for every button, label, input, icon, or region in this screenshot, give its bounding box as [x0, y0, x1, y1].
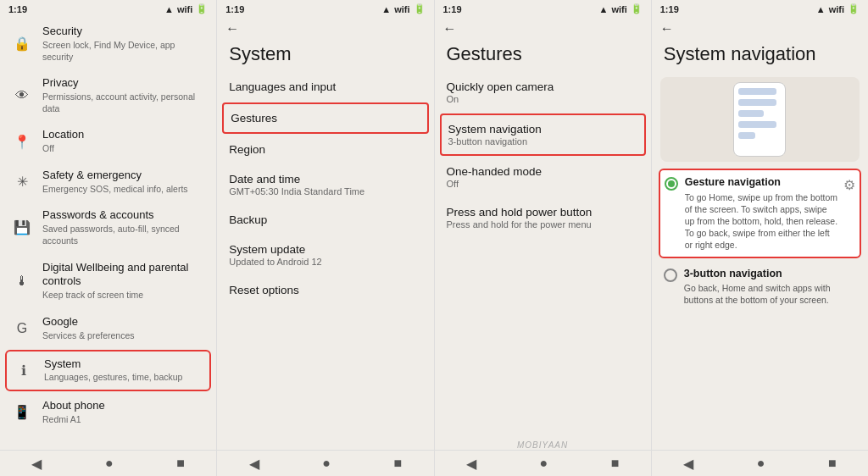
bottom-nav: ◀●■ [217, 450, 433, 476]
item-subtitle: Permissions, account activity, personal … [42, 91, 206, 114]
back-button[interactable]: ← [435, 16, 651, 38]
menu-list: Quickly open cameraOnSystem navigation3-… [435, 72, 651, 238]
item-title: Google [42, 315, 206, 329]
item-subtitle: Off [42, 143, 206, 155]
back-button[interactable]: ← [217, 16, 433, 38]
settings-item-google[interactable]: GGoogleServices & preferences [0, 308, 216, 349]
nav-option-0[interactable]: Gesture navigationTo go Home, swipe up f… [659, 169, 861, 257]
panel-content-wrapper: ←SystemLanguages and inputGesturesRegion… [217, 16, 433, 450]
nav-option-1[interactable]: 3-button navigationGo back, Home and swi… [659, 261, 861, 313]
status-time: 1:19 [225, 4, 244, 14]
system-icon: ℹ [12, 358, 36, 382]
panel-title: Gestures [435, 38, 651, 72]
back-nav-button[interactable]: ◀ [683, 456, 693, 472]
status-time: 1:19 [443, 4, 462, 14]
status-icons: ▲ wifi 🔋 [164, 3, 208, 14]
menu-item-title: System update [229, 243, 421, 256]
panel-1: 1:19 ▲ wifi 🔋 🔒SecurityScreen lock, Find… [0, 0, 217, 476]
watermark: MOBIYAAN [517, 440, 568, 450]
item-title: About phone [42, 399, 206, 413]
back-nav-button[interactable]: ◀ [31, 456, 42, 472]
settings-item-passwords--accounts[interactable]: 💾Passwords & accountsSaved passwords, au… [0, 202, 216, 253]
recents-nav-button[interactable]: ■ [828, 456, 837, 472]
home-nav-button[interactable]: ● [757, 456, 765, 472]
recents-nav-button[interactable]: ■ [176, 456, 185, 472]
settings-item-about-phone[interactable]: 📱About phoneRedmi A1 [0, 392, 216, 433]
nav-option-title: Gesture navigation [685, 175, 839, 189]
passwords-&-accounts-icon: 💾 [10, 216, 34, 240]
menu-item-reset-options[interactable]: Reset options [217, 275, 433, 305]
location-icon: 📍 [10, 130, 34, 153]
menu-item-languages-and-input[interactable]: Languages and input [217, 72, 433, 102]
item-subtitle: Saved passwords, auto-fill, synced accou… [42, 224, 206, 246]
status-bar: 1:19 ▲ wifi 🔋 [435, 0, 651, 16]
menu-item-system-navigation[interactable]: System navigation3-button navigation [440, 113, 646, 156]
settings-item-safety--emergency[interactable]: ✳Safety & emergencyEmergency SOS, medica… [0, 162, 216, 202]
menu-item-date-and-time[interactable]: Date and timeGMT+05:30 India Standard Ti… [217, 164, 433, 205]
settings-item-system[interactable]: ℹSystemLanguages, gestures, time, backup [5, 350, 211, 392]
back-nav-button[interactable]: ◀ [466, 456, 476, 472]
item-title: Privacy [42, 76, 206, 91]
nav-illustration [660, 77, 860, 162]
menu-item-title: Languages and input [229, 80, 421, 93]
status-bar: 1:19 ▲ wifi 🔋 [652, 0, 868, 16]
mockup-bar [738, 132, 755, 139]
wifi-icon: wifi [177, 4, 192, 14]
menu-item-backup[interactable]: Backup [217, 205, 433, 235]
safety-&-emergency-icon: ✳ [10, 170, 34, 194]
item-text-content: SecurityScreen lock, Find My Device, app… [42, 25, 206, 63]
menu-item-title: System navigation [448, 123, 637, 136]
recents-nav-button[interactable]: ■ [393, 456, 402, 472]
item-title: Passwords & accounts [42, 208, 206, 223]
about-phone-icon: 📱 [10, 401, 34, 424]
item-title: Security [42, 25, 206, 39]
item-text-content: Passwords & accountsSaved passwords, aut… [42, 208, 206, 246]
recents-nav-button[interactable]: ■ [611, 456, 620, 472]
back-nav-button[interactable]: ◀ [249, 456, 259, 472]
back-button[interactable]: ← [652, 16, 868, 38]
menu-item-system-update[interactable]: System updateUpdated to Android 12 [217, 235, 433, 275]
panel-title: System navigation [652, 38, 868, 72]
menu-item-one-handed-mode[interactable]: One-handed modeOff [435, 157, 651, 197]
settings-item-security[interactable]: 🔒SecurityScreen lock, Find My Device, ap… [0, 18, 216, 69]
signal-icon: ▲ [381, 4, 391, 14]
mockup-bar [738, 88, 776, 95]
nav-radio-0[interactable] [665, 177, 678, 191]
nav-option-desc: Go back, Home and switch apps with butto… [684, 282, 856, 306]
battery-icon: 🔋 [196, 3, 208, 14]
menu-item-subtitle: On [447, 94, 639, 104]
bottom-nav: ◀●■ [0, 450, 216, 476]
nav-option-desc: To go Home, swipe up from the bottom of … [685, 191, 839, 252]
status-bar: 1:19 ▲ wifi 🔋 [217, 0, 433, 16]
item-text-content: Digital Wellbeing and parental controlsK… [42, 261, 206, 302]
nav-option-content: Gesture navigationTo go Home, swipe up f… [685, 175, 839, 251]
mockup-bar [738, 99, 776, 106]
nav-radio-1[interactable] [664, 268, 677, 282]
item-title: System [44, 357, 204, 372]
settings-item-digital-wellbeing-and-parental-controls[interactable]: 🌡Digital Wellbeing and parental controls… [0, 254, 216, 308]
security-icon: 🔒 [10, 32, 34, 56]
privacy-icon: 👁 [10, 84, 34, 108]
battery-icon: 🔋 [848, 3, 860, 14]
menu-item-gestures[interactable]: Gestures [222, 102, 428, 134]
gear-icon[interactable]: ⚙ [843, 177, 855, 193]
item-text-content: PrivacyPermissions, account activity, pe… [42, 76, 206, 114]
menu-item-quickly-open-camera[interactable]: Quickly open cameraOn [435, 72, 651, 113]
home-nav-button[interactable]: ● [539, 456, 548, 472]
menu-item-subtitle: Off [447, 179, 639, 189]
settings-item-location[interactable]: 📍LocationOff [0, 121, 216, 162]
item-subtitle: Services & preferences [42, 330, 206, 342]
panel-content-wrapper: ←System navigationGesture navigationTo g… [652, 16, 868, 450]
menu-item-press-and-hold-power-button[interactable]: Press and hold power buttonPress and hol… [435, 197, 651, 238]
panel-title: System [217, 38, 433, 72]
bottom-nav: ◀●■ [652, 450, 868, 476]
home-nav-button[interactable]: ● [322, 456, 331, 472]
home-nav-button[interactable]: ● [105, 456, 114, 472]
item-subtitle: Languages, gestures, time, backup [44, 372, 204, 384]
status-time: 1:19 [8, 4, 27, 14]
status-time: 1:19 [660, 4, 679, 14]
settings-item-privacy[interactable]: 👁PrivacyPermissions, account activity, p… [0, 69, 216, 121]
menu-item-region[interactable]: Region [217, 135, 433, 164]
nav-options: Gesture navigationTo go Home, swipe up f… [652, 167, 868, 316]
status-icons: ▲ wifi 🔋 [381, 3, 425, 14]
